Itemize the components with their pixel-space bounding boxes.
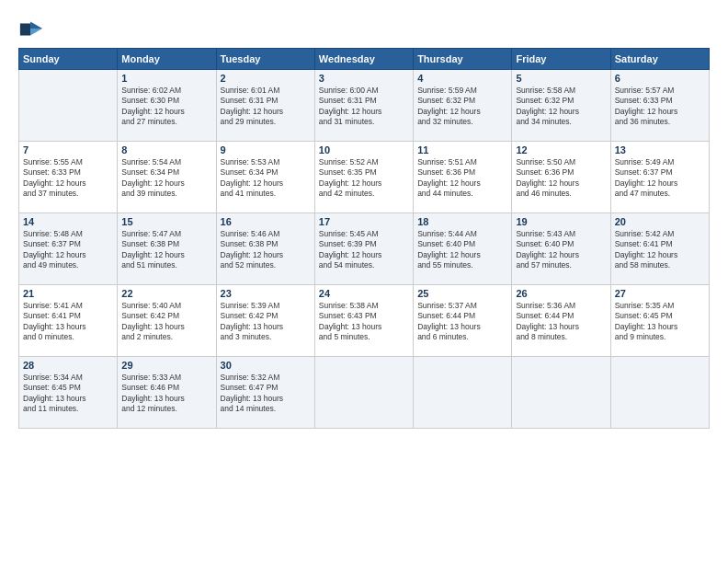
day-info: Sunrise: 5:54 AM Sunset: 6:34 PM Dayligh… bbox=[121, 157, 211, 200]
day-info: Sunrise: 6:02 AM Sunset: 6:30 PM Dayligh… bbox=[121, 86, 211, 128]
cell-2-2: 8Sunrise: 5:54 AM Sunset: 6:34 PM Daylig… bbox=[118, 142, 216, 213]
day-info: Sunrise: 5:38 AM Sunset: 6:43 PM Dayligh… bbox=[319, 301, 409, 343]
col-header-monday: Monday bbox=[118, 49, 216, 70]
day-number: 5 bbox=[516, 73, 606, 84]
day-info: Sunrise: 5:43 AM Sunset: 6:40 PM Dayligh… bbox=[516, 229, 606, 271]
day-number: 14 bbox=[23, 216, 113, 227]
day-info: Sunrise: 5:34 AM Sunset: 6:45 PM Dayligh… bbox=[23, 373, 113, 415]
calendar-table: SundayMondayTuesdayWednesdayThursdayFrid… bbox=[18, 48, 710, 429]
cell-2-5: 11Sunrise: 5:51 AM Sunset: 6:36 PM Dayli… bbox=[414, 142, 512, 213]
day-info: Sunrise: 5:50 AM Sunset: 6:36 PM Dayligh… bbox=[516, 157, 606, 200]
day-number: 2 bbox=[221, 73, 311, 84]
cell-4-4: 24Sunrise: 5:38 AM Sunset: 6:43 PM Dayli… bbox=[314, 285, 413, 357]
cell-4-5: 25Sunrise: 5:37 AM Sunset: 6:44 PM Dayli… bbox=[414, 285, 512, 357]
svg-marker-0 bbox=[30, 22, 42, 29]
day-info: Sunrise: 5:42 AM Sunset: 6:41 PM Dayligh… bbox=[615, 229, 705, 271]
day-info: Sunrise: 5:58 AM Sunset: 6:32 PM Dayligh… bbox=[516, 86, 606, 128]
day-number: 27 bbox=[615, 288, 705, 299]
week-row-1: 1Sunrise: 6:02 AM Sunset: 6:30 PM Daylig… bbox=[19, 70, 710, 142]
day-info: Sunrise: 6:00 AM Sunset: 6:31 PM Dayligh… bbox=[319, 86, 409, 128]
cell-2-6: 12Sunrise: 5:50 AM Sunset: 6:36 PM Dayli… bbox=[512, 142, 610, 213]
cell-3-4: 17Sunrise: 5:45 AM Sunset: 6:39 PM Dayli… bbox=[314, 213, 413, 285]
day-number: 23 bbox=[221, 288, 311, 299]
day-number: 15 bbox=[121, 216, 211, 227]
day-info: Sunrise: 5:59 AM Sunset: 6:32 PM Dayligh… bbox=[417, 86, 507, 128]
cell-4-1: 21Sunrise: 5:41 AM Sunset: 6:41 PM Dayli… bbox=[19, 285, 118, 357]
day-number: 10 bbox=[319, 144, 409, 155]
day-info: Sunrise: 5:53 AM Sunset: 6:34 PM Dayligh… bbox=[221, 157, 311, 200]
cell-4-3: 23Sunrise: 5:39 AM Sunset: 6:42 PM Dayli… bbox=[216, 285, 314, 357]
day-number: 8 bbox=[121, 144, 211, 155]
day-info: Sunrise: 5:45 AM Sunset: 6:39 PM Dayligh… bbox=[319, 229, 409, 271]
cell-3-5: 18Sunrise: 5:44 AM Sunset: 6:40 PM Dayli… bbox=[414, 213, 512, 285]
day-number: 19 bbox=[516, 216, 606, 227]
cell-1-3: 2Sunrise: 6:01 AM Sunset: 6:31 PM Daylig… bbox=[216, 70, 314, 142]
day-number: 6 bbox=[615, 73, 705, 84]
week-row-4: 21Sunrise: 5:41 AM Sunset: 6:41 PM Dayli… bbox=[19, 285, 710, 357]
col-header-wednesday: Wednesday bbox=[314, 49, 413, 70]
cell-5-5 bbox=[414, 357, 512, 429]
cell-5-2: 29Sunrise: 5:33 AM Sunset: 6:46 PM Dayli… bbox=[118, 357, 216, 429]
day-info: Sunrise: 5:48 AM Sunset: 6:37 PM Dayligh… bbox=[23, 229, 113, 271]
cell-1-1 bbox=[19, 70, 118, 142]
cell-3-3: 16Sunrise: 5:46 AM Sunset: 6:38 PM Dayli… bbox=[216, 213, 314, 285]
day-number: 29 bbox=[121, 360, 211, 371]
day-number: 3 bbox=[319, 73, 409, 84]
day-info: Sunrise: 5:37 AM Sunset: 6:44 PM Dayligh… bbox=[417, 301, 507, 343]
cell-5-4 bbox=[314, 357, 413, 429]
week-row-2: 7Sunrise: 5:55 AM Sunset: 6:33 PM Daylig… bbox=[19, 142, 710, 213]
svg-marker-1 bbox=[30, 29, 42, 35]
cell-5-7 bbox=[610, 357, 709, 429]
cell-1-2: 1Sunrise: 6:02 AM Sunset: 6:30 PM Daylig… bbox=[118, 70, 216, 142]
day-info: Sunrise: 5:32 AM Sunset: 6:47 PM Dayligh… bbox=[221, 373, 311, 415]
header bbox=[18, 17, 710, 42]
day-info: Sunrise: 5:52 AM Sunset: 6:35 PM Dayligh… bbox=[319, 157, 409, 200]
day-info: Sunrise: 5:39 AM Sunset: 6:42 PM Dayligh… bbox=[221, 301, 311, 343]
cell-3-7: 20Sunrise: 5:42 AM Sunset: 6:41 PM Dayli… bbox=[610, 213, 709, 285]
logo bbox=[18, 17, 48, 42]
day-info: Sunrise: 5:55 AM Sunset: 6:33 PM Dayligh… bbox=[23, 157, 113, 200]
cell-2-4: 10Sunrise: 5:52 AM Sunset: 6:35 PM Dayli… bbox=[314, 142, 413, 213]
cell-3-6: 19Sunrise: 5:43 AM Sunset: 6:40 PM Dayli… bbox=[512, 213, 610, 285]
day-info: Sunrise: 5:40 AM Sunset: 6:42 PM Dayligh… bbox=[121, 301, 211, 343]
day-number: 12 bbox=[516, 144, 606, 155]
day-number: 18 bbox=[417, 216, 507, 227]
week-row-3: 14Sunrise: 5:48 AM Sunset: 6:37 PM Dayli… bbox=[19, 213, 710, 285]
cell-1-5: 4Sunrise: 5:59 AM Sunset: 6:32 PM Daylig… bbox=[414, 70, 512, 142]
day-number: 21 bbox=[23, 288, 113, 299]
week-row-5: 28Sunrise: 5:34 AM Sunset: 6:45 PM Dayli… bbox=[19, 357, 710, 429]
logo-icon bbox=[18, 17, 44, 42]
day-info: Sunrise: 5:57 AM Sunset: 6:33 PM Dayligh… bbox=[615, 86, 705, 128]
day-info: Sunrise: 5:44 AM Sunset: 6:40 PM Dayligh… bbox=[417, 229, 507, 271]
col-header-thursday: Thursday bbox=[414, 49, 512, 70]
day-info: Sunrise: 5:41 AM Sunset: 6:41 PM Dayligh… bbox=[23, 301, 113, 343]
cell-3-2: 15Sunrise: 5:47 AM Sunset: 6:38 PM Dayli… bbox=[118, 213, 216, 285]
col-header-tuesday: Tuesday bbox=[216, 49, 314, 70]
cell-5-6 bbox=[512, 357, 610, 429]
cell-5-3: 30Sunrise: 5:32 AM Sunset: 6:47 PM Dayli… bbox=[216, 357, 314, 429]
cell-1-6: 5Sunrise: 5:58 AM Sunset: 6:32 PM Daylig… bbox=[512, 70, 610, 142]
cell-2-3: 9Sunrise: 5:53 AM Sunset: 6:34 PM Daylig… bbox=[216, 142, 314, 213]
cell-1-7: 6Sunrise: 5:57 AM Sunset: 6:33 PM Daylig… bbox=[610, 70, 709, 142]
cell-4-7: 27Sunrise: 5:35 AM Sunset: 6:45 PM Dayli… bbox=[610, 285, 709, 357]
day-number: 25 bbox=[417, 288, 507, 299]
day-info: Sunrise: 5:33 AM Sunset: 6:46 PM Dayligh… bbox=[121, 373, 211, 415]
day-number: 22 bbox=[121, 288, 211, 299]
day-number: 4 bbox=[417, 73, 507, 84]
day-number: 20 bbox=[615, 216, 705, 227]
day-number: 7 bbox=[23, 144, 113, 155]
cell-3-1: 14Sunrise: 5:48 AM Sunset: 6:37 PM Dayli… bbox=[19, 213, 118, 285]
day-number: 13 bbox=[615, 144, 705, 155]
header-row: SundayMondayTuesdayWednesdayThursdayFrid… bbox=[19, 49, 710, 70]
cell-4-6: 26Sunrise: 5:36 AM Sunset: 6:44 PM Dayli… bbox=[512, 285, 610, 357]
day-number: 16 bbox=[221, 216, 311, 227]
day-info: Sunrise: 5:49 AM Sunset: 6:37 PM Dayligh… bbox=[615, 157, 705, 200]
col-header-friday: Friday bbox=[512, 49, 610, 70]
day-number: 30 bbox=[221, 360, 311, 371]
day-info: Sunrise: 5:36 AM Sunset: 6:44 PM Dayligh… bbox=[516, 301, 606, 343]
day-info: Sunrise: 6:01 AM Sunset: 6:31 PM Dayligh… bbox=[221, 86, 311, 128]
cell-2-7: 13Sunrise: 5:49 AM Sunset: 6:37 PM Dayli… bbox=[610, 142, 709, 213]
day-number: 9 bbox=[221, 144, 311, 155]
day-number: 17 bbox=[319, 216, 409, 227]
day-info: Sunrise: 5:51 AM Sunset: 6:36 PM Dayligh… bbox=[417, 157, 507, 200]
